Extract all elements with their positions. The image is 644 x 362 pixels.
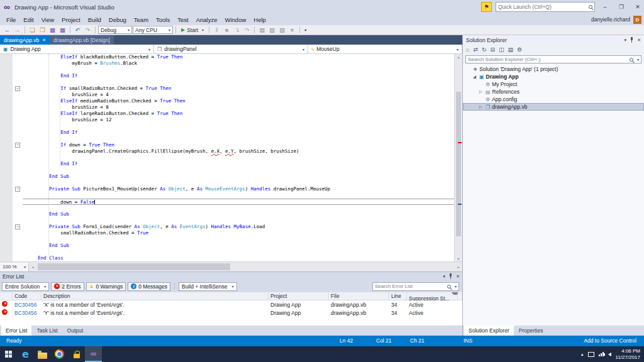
- messages-filter-button[interactable]: i 0 Messages: [128, 282, 170, 291]
- menu-file[interactable]: File: [3, 15, 19, 25]
- properties-icon[interactable]: ⚙: [517, 47, 522, 53]
- open-file-icon[interactable]: ❒: [38, 26, 47, 35]
- signed-in-user[interactable]: danyielle.richard: [591, 16, 630, 23]
- error-list-header[interactable]: CodeDescriptionProjectFileLineSuppressio…: [0, 292, 462, 300]
- show-all-files-icon[interactable]: ◫: [499, 47, 504, 53]
- code-line[interactable]: [23, 192, 454, 199]
- code-editor[interactable]: −−−− ElseIf blackRadioButton.Checked = T…: [0, 54, 462, 261]
- network-icon[interactable]: [599, 352, 604, 356]
- sync-with-active-document-icon[interactable]: ⇄: [473, 47, 478, 53]
- redo-icon[interactable]: ↷: [83, 26, 92, 35]
- quick-launch-box[interactable]: [496, 2, 595, 12]
- pin-icon[interactable]: [630, 37, 634, 43]
- fold-collapse-icon[interactable]: −: [15, 224, 20, 229]
- restore-button[interactable]: ❐: [615, 1, 628, 13]
- scroll-left-icon[interactable]: ◂: [29, 265, 36, 269]
- error-row[interactable]: ✕BC30456'Y' is not a member of 'EventArg…: [0, 309, 462, 317]
- tree-item-drawing-app[interactable]: ◢▣Drawing App: [463, 73, 644, 80]
- tab-error-list[interactable]: Error List: [1, 326, 31, 336]
- taskbar-lock-icon[interactable]: [68, 346, 85, 362]
- menu-tools[interactable]: Tools: [152, 15, 174, 25]
- action-center-icon[interactable]: [588, 352, 594, 357]
- taskbar-file-explorer-icon[interactable]: [34, 346, 51, 362]
- navigate-forward-icon[interactable]: →: [13, 26, 22, 35]
- code-line[interactable]: [23, 167, 454, 173]
- code-line[interactable]: [23, 67, 454, 73]
- member-dropdown[interactable]: ϟMouseUp▾: [308, 45, 462, 53]
- vertical-scrollbar[interactable]: ▴ ▾: [454, 54, 462, 261]
- refresh-icon[interactable]: ↻: [482, 47, 487, 53]
- navigate-back-icon[interactable]: ←: [3, 26, 12, 35]
- code-line[interactable]: [23, 155, 454, 161]
- undo-icon[interactable]: ↶: [73, 26, 82, 35]
- close-tab-icon[interactable]: ✕: [42, 38, 46, 43]
- menu-team[interactable]: Team: [130, 15, 152, 25]
- menu-debug[interactable]: Debug: [105, 15, 130, 25]
- horizontal-scrollbar[interactable]: [36, 262, 455, 272]
- column-header-icon[interactable]: [0, 292, 13, 300]
- quick-launch-input[interactable]: [498, 4, 589, 10]
- column-header-description[interactable]: Description: [42, 292, 269, 300]
- code-line[interactable]: brushSize = 12: [23, 117, 454, 123]
- menu-view[interactable]: View: [38, 15, 58, 25]
- start-debugging-button[interactable]: ▶Start▾: [179, 26, 206, 35]
- find-in-files-icon[interactable]: ▤: [257, 26, 267, 35]
- tree-collapse-icon[interactable]: ◢: [472, 74, 477, 79]
- line-indent-icon[interactable]: ≡: [287, 26, 297, 35]
- code-line[interactable]: Private Sub PictureBox1_MouseUp(sender A…: [23, 186, 454, 192]
- error-scope-dropdown[interactable]: Entire Solution ▾: [2, 282, 49, 291]
- home-icon[interactable]: ⌂: [466, 47, 469, 53]
- tree-item-references[interactable]: ▷▤References: [463, 88, 644, 96]
- close-icon[interactable]: ✕: [456, 274, 460, 279]
- tab-output[interactable]: Output: [63, 326, 88, 336]
- tree-item-drawingapp-vb[interactable]: ▷❐drawingApp.vb: [463, 103, 644, 111]
- code-line[interactable]: [23, 123, 454, 129]
- taskbar-visual-studio-icon[interactable]: ∞: [85, 346, 102, 362]
- code-line[interactable]: End Sub: [23, 173, 454, 180]
- intellisense-filter-dropdown[interactable]: Build + IntelliSense ▾: [179, 282, 237, 291]
- save-all-icon[interactable]: ▦: [58, 26, 67, 35]
- type-dropdown[interactable]: ❐drawingPanel▾: [154, 45, 308, 53]
- menu-edit[interactable]: Edit: [19, 15, 37, 25]
- project-scope-dropdown[interactable]: ▣Drawing App▾: [0, 45, 154, 53]
- fold-collapse-icon[interactable]: −: [15, 187, 20, 192]
- solution-configurations-dropdown[interactable]: Debug▾: [98, 26, 132, 34]
- code-line[interactable]: [23, 249, 454, 255]
- start-button[interactable]: [0, 346, 17, 362]
- error-list-search-box[interactable]: ▾: [372, 282, 459, 291]
- menu-help[interactable]: Help: [250, 15, 270, 25]
- code-line[interactable]: [23, 136, 454, 142]
- code-line[interactable]: drawingPanel.CreateGraphics.FillEllipse(…: [23, 148, 454, 155]
- code-line[interactable]: [23, 217, 454, 224]
- code-line[interactable]: End If: [23, 161, 454, 167]
- collapse-all-icon[interactable]: ⊟: [491, 47, 496, 53]
- tree-expand-icon[interactable]: ▷: [478, 104, 484, 109]
- new-file-icon[interactable]: ❏: [28, 26, 37, 35]
- menu-build[interactable]: Build: [84, 15, 105, 25]
- code-line[interactable]: down = False: [23, 199, 454, 205]
- solution-platforms-dropdown[interactable]: Any CPU▾: [133, 26, 173, 34]
- errors-filter-button[interactable]: ✕ 2 Errors: [51, 282, 84, 291]
- minimize-button[interactable]: –: [599, 1, 611, 13]
- code-line[interactable]: End Sub: [23, 211, 454, 217]
- solution-explorer-search-input[interactable]: [468, 57, 628, 62]
- code-line[interactable]: smallRadioButton.Checked = True: [23, 230, 454, 236]
- code-line[interactable]: myBrush = Brushes.Black: [23, 60, 454, 67]
- column-header-file[interactable]: File: [329, 292, 389, 300]
- code-area[interactable]: ElseIf blackRadioButton.Checked = True T…: [23, 54, 454, 261]
- code-line[interactable]: ElseIf largeRadioButton.Checked = True T…: [23, 111, 454, 117]
- stop-debugging-icon[interactable]: ■: [222, 26, 231, 35]
- error-row[interactable]: ✕BC30456'X' is not a member of 'EventArg…: [0, 300, 462, 309]
- close-button[interactable]: ✕: [631, 1, 644, 13]
- taskbar-edge-icon[interactable]: e: [17, 346, 34, 362]
- toolbar-options-chevron[interactable]: ▾: [303, 28, 308, 32]
- scrollbar-thumb[interactable]: [38, 263, 230, 270]
- window-position-icon[interactable]: ▾: [625, 38, 627, 43]
- tree-item-my-project[interactable]: ⚙My Project: [463, 80, 644, 88]
- menu-analyze[interactable]: Analyze: [192, 15, 221, 25]
- uncomment-selection-icon[interactable]: ▨: [277, 26, 287, 35]
- close-icon[interactable]: ✕: [637, 38, 641, 43]
- tree-expand-icon[interactable]: ▷: [478, 89, 484, 94]
- code-line[interactable]: [23, 236, 454, 243]
- user-avatar[interactable]: D: [633, 16, 641, 24]
